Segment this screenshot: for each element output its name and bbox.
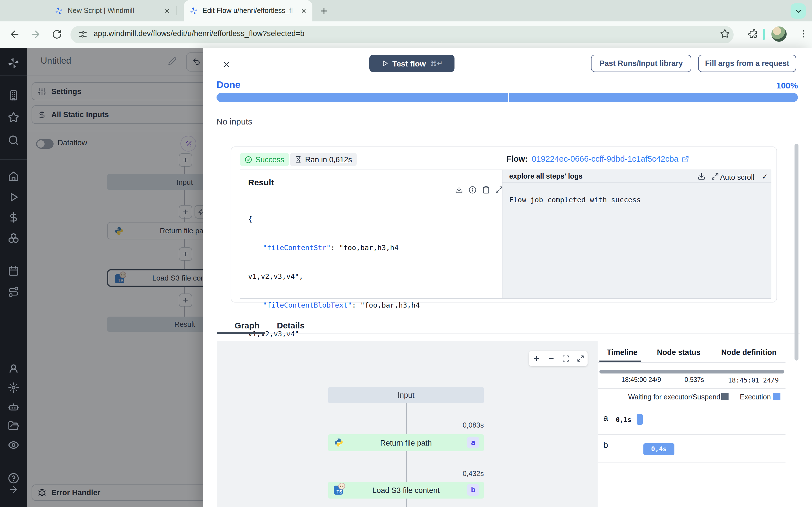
json-line: "fileContentStr": "foo,bar,h3,h4 <box>248 243 420 252</box>
sidebar-item-home[interactable] <box>8 171 19 182</box>
external-link-icon <box>682 155 689 163</box>
timeline-end: 18:45:01 24/9 <box>728 376 779 384</box>
graph-connector <box>406 403 407 434</box>
tab-node-definition[interactable]: Node definition <box>721 348 777 356</box>
zoom-in-icon[interactable] <box>532 355 540 362</box>
close-icon[interactable] <box>301 8 307 14</box>
flow-id-link[interactable]: 019224ec-0666-ccff-9dbd-1c1af5c42cba <box>532 154 689 163</box>
timeline-start: 18:45:00 24/9 <box>621 376 661 383</box>
site-settings-icon[interactable] <box>79 30 87 39</box>
json-line: v1,v2,v3,v4", <box>248 272 420 281</box>
auto-scroll-label[interactable]: Auto scroll <box>720 173 754 181</box>
fill-args-button[interactable]: Fill args from a request <box>698 55 796 72</box>
auto-scroll-check[interactable]: ✓ <box>762 172 768 181</box>
sidebar-divider <box>0 75 27 76</box>
row-label: a <box>603 413 608 422</box>
extensions-icon[interactable] <box>748 29 757 38</box>
browser-toolbar: app.windmill.dev/flows/edit/u/henri/effo… <box>0 21 812 48</box>
progress-percent: 100% <box>776 80 798 90</box>
tab-title: New Script | Windmill <box>68 7 160 15</box>
fit-view-icon[interactable] <box>562 355 569 362</box>
tab-timeline[interactable]: Timeline <box>607 348 638 356</box>
json-line: { <box>248 214 420 224</box>
sidebar-item-variables[interactable] <box>8 212 19 223</box>
drawer-scrollbar[interactable] <box>795 144 799 360</box>
tab-graph[interactable]: Graph <box>235 321 259 330</box>
close-icon[interactable] <box>164 8 170 14</box>
bookmark-star-icon[interactable] <box>720 29 730 38</box>
logs-header-title[interactable]: explore all steps' logs <box>509 172 582 180</box>
sidebar-item-workspace[interactable] <box>8 90 19 101</box>
sidebar-item-audit-logs[interactable] <box>8 439 19 451</box>
timeline-total-bar <box>599 370 784 374</box>
status-text: Done <box>216 79 241 91</box>
graph-node-a[interactable]: Return file path a <box>328 434 484 451</box>
sidebar-divider <box>0 159 27 160</box>
test-flow-button[interactable]: Test flow ⌘↵ <box>369 55 455 72</box>
download-icon[interactable] <box>455 186 463 194</box>
row-duration: 0,1s <box>616 416 631 424</box>
sidebar-item-settings[interactable] <box>8 382 19 393</box>
info-icon[interactable] <box>469 186 476 194</box>
status-badge-label: Success <box>255 155 284 164</box>
windmill-logo-icon[interactable] <box>7 57 20 69</box>
hourglass-icon <box>295 156 302 163</box>
sidebar-item-triggers[interactable] <box>8 286 19 297</box>
sidebar-expand-icon[interactable] <box>8 485 18 495</box>
past-runs-button[interactable]: Past Runs/Input library <box>591 55 691 72</box>
back-button[interactable] <box>9 29 20 40</box>
graph-node-b[interactable]: TS Load S3 file content b <box>328 482 484 499</box>
execution-bar: 0,4s <box>644 443 674 455</box>
tab-search-button[interactable] <box>791 3 806 18</box>
result-pane: Result { "fileContentStr": "foo,bar,h3,h… <box>240 170 502 298</box>
toolbar-divider <box>763 29 765 40</box>
sidebar-item-folders[interactable] <box>8 420 19 432</box>
check-circle-icon <box>245 156 252 163</box>
windmill-logo-icon <box>55 6 63 15</box>
new-tab-button[interactable] <box>317 4 330 17</box>
browser-tab-new-script[interactable]: New Script | Windmill <box>49 0 176 21</box>
divider <box>598 434 785 435</box>
result-title: Result <box>248 177 274 187</box>
sidebar-item-resources[interactable] <box>8 232 19 243</box>
browser-menu-icon[interactable] <box>799 29 809 39</box>
sidebar-item-favorites[interactable] <box>8 112 19 123</box>
download-icon[interactable] <box>698 172 705 180</box>
zoom-out-icon[interactable] <box>547 355 555 362</box>
graph-node-input[interactable]: Input <box>328 387 484 403</box>
tab-details[interactable]: Details <box>277 321 305 330</box>
node-label: Return file path <box>380 439 432 447</box>
run-result-card: Success Ran in 0,612s Flow: 019224ec-066… <box>231 147 777 302</box>
tabs-rule <box>217 334 800 334</box>
tab-title: Edit Flow u/henri/effortless_fl <box>202 7 296 15</box>
close-drawer-button[interactable] <box>221 60 231 69</box>
fullscreen-icon[interactable] <box>576 355 584 362</box>
reload-button[interactable] <box>52 29 62 40</box>
duration-badge: Ran in 0,612s <box>290 153 357 166</box>
duration-badge-label: Ran in 0,612s <box>305 155 352 164</box>
forward-button[interactable] <box>30 29 41 40</box>
url-text[interactable]: app.windmill.dev/flows/edit/u/henri/effo… <box>94 29 305 38</box>
timeline-total: 0,537s <box>684 376 704 383</box>
sidebar-item-runs[interactable] <box>8 191 19 203</box>
copy-clipboard-icon[interactable] <box>482 186 490 194</box>
row-duration: 0,4s <box>644 443 674 455</box>
profile-avatar[interactable] <box>771 26 786 42</box>
browser-tab-edit-flow[interactable]: Edit Flow u/henri/effortless_fl <box>184 0 312 21</box>
sidebar-item-workers[interactable] <box>8 401 19 412</box>
tab-node-status[interactable]: Node status <box>657 348 701 356</box>
flow-graph-canvas[interactable]: Input 0,083s Return file path a 0,432s <box>217 341 598 507</box>
expand-icon[interactable] <box>711 172 719 180</box>
modal-dim-overlay[interactable] <box>27 48 203 507</box>
sidebar-item-schedules[interactable] <box>8 265 19 277</box>
sidebar-item-help[interactable] <box>8 473 19 484</box>
sidebar-item-users[interactable] <box>8 363 19 374</box>
execution-bar <box>637 414 643 425</box>
sidebar-item-search[interactable] <box>8 135 19 146</box>
plus-icon <box>319 6 328 15</box>
json-line: "fileContentBlobText": "foo,bar,h3,h4 <box>248 300 420 310</box>
divider <box>598 388 785 389</box>
node-label: Load S3 file content <box>372 486 440 494</box>
node-id-badge: b <box>467 484 479 496</box>
status-badge: Success <box>240 153 289 166</box>
